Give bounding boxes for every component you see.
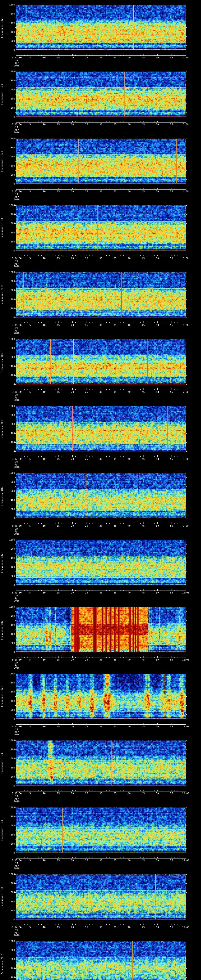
x-tick-label: 5 [26,792,34,795]
x-tick-label: 5 [26,391,34,393]
frequency-axis-label: Frequency (Hz) [0,406,4,452]
y-tick-label: 1000 [8,338,15,340]
x-tick-label: 50 [153,725,161,728]
date-line: 2016 [8,600,26,602]
y-tick-label: 0 [8,584,15,586]
x-tick-label: 5 [26,926,34,929]
x-tick-label: 25 [83,725,91,728]
y-tick-label: 1000 [8,739,15,742]
x-tick-label: 50 [153,926,161,929]
x-tick-label: 15 [54,56,62,59]
x-tick-label: 30 [97,659,105,661]
x-tick-label: 15 [54,792,62,795]
x-tick-label: 55 [168,792,175,795]
y-tick-label: 400 [8,365,15,368]
x-tick-label: 35 [111,324,119,326]
y-tick-label: 600 [8,356,15,358]
y-tick-label: 200 [8,575,15,578]
spectrogram-image [16,5,186,50]
frequency-axis-label: Frequency (Hz) [0,5,4,50]
y-tick-label: 400 [8,633,15,635]
frequency-axis-label: Frequency (Hz) [0,72,4,117]
y-tick-label: 800 [8,480,15,483]
y-tick-label: 800 [8,748,15,751]
x-tick-label: 35 [111,659,119,661]
x-tick-label: 55 [168,859,175,862]
x-tick-label: 20 [69,458,77,460]
end-time-label: 12:00 [180,725,191,728]
date-line: 2016 [8,131,26,134]
x-tick-label: 50 [153,591,161,594]
y-tick-label: 200 [8,107,15,109]
x-tick-label: 30 [97,725,105,728]
x-tick-label: 40 [125,591,133,594]
x-tick-label: 15 [54,391,62,393]
x-tick-label: 25 [83,792,91,795]
x-tick-label: 25 [83,324,91,326]
x-tick-label: 25 [83,391,91,393]
x-tick-label: 30 [97,591,105,594]
x-tick-label: 10 [40,324,48,326]
x-tick-label: 40 [125,324,133,326]
spectrogram-panel-5-13-00: Frequency (Hz)02004006008001000510152025… [0,803,201,870]
x-tick-label: 50 [153,257,161,260]
start-time-label: 5:04:00 [8,257,26,260]
start-time-label: 5:02:00 [8,123,26,126]
x-tick-label: 40 [125,123,133,126]
x-tick-label: 35 [111,792,119,795]
y-tick-label: 400 [8,499,15,501]
x-tick-label: 40 [125,190,133,193]
x-tick-label: 25 [83,591,91,594]
x-tick-label: 10 [40,391,48,393]
x-tick-label: 55 [168,458,175,460]
spectrogram-panel-5-09-00: Frequency (Hz)02004006008001000510152025… [0,535,201,602]
x-tick-label: 30 [97,391,105,393]
end-time-label: 7:00 [180,391,191,393]
x-tick-label: 10 [40,190,48,193]
y-tick-label: 600 [8,21,15,24]
spectrogram-panel-5-02-00: Frequency (Hz)02004006008001000510152025… [0,67,201,134]
y-tick-label: 0 [8,316,15,319]
x-tick-label: 55 [168,324,175,326]
x-tick-label: 20 [69,391,77,393]
y-tick-label: 400 [8,566,15,568]
date-line: 2016 [8,399,26,401]
x-tick-label: 35 [111,525,119,527]
y-tick-label: 600 [8,88,15,91]
x-tick-label: 20 [69,525,77,527]
y-tick-label: 400 [8,900,15,903]
start-time-label: 5:07:00 [8,458,26,460]
date-line: 2016 [8,533,26,535]
y-tick-label: 0 [8,718,15,720]
spectrogram-panel-5-06-00: Frequency (Hz)02004006008001000510152025… [0,334,201,401]
start-time-label: 5:09:00 [8,591,26,594]
spectrogram-image [16,740,186,786]
frequency-axis-label: Frequency (Hz) [0,138,4,184]
x-tick-label: 35 [111,859,119,862]
y-tick-label: 800 [8,213,15,216]
y-tick-label: 800 [8,12,15,15]
x-tick-label: 40 [125,792,133,795]
y-tick-label: 1000 [8,3,15,6]
y-tick-label: 200 [8,173,15,176]
start-time-label: 5:05:00 [8,324,26,326]
y-tick-label: 400 [8,967,15,970]
y-tick-label: 800 [8,280,15,283]
end-time-label: 11:00 [180,659,191,661]
x-tick-label: 25 [83,257,91,260]
start-time-label: 5:08:00 [8,525,26,527]
x-tick-label: 45 [139,190,147,193]
x-tick-label: 5 [26,659,34,661]
y-tick-label: 800 [8,614,15,617]
date-line: 2016 [8,65,26,67]
x-tick-label: 25 [83,56,91,59]
y-tick-label: 0 [8,651,15,654]
x-tick-label: 35 [111,56,119,59]
y-tick-label: 600 [8,690,15,693]
y-tick-label: 600 [8,222,15,225]
x-tick-label: 10 [40,926,48,929]
x-tick-label: 40 [125,725,133,728]
x-tick-label: 25 [83,190,91,193]
y-tick-label: 400 [8,97,15,100]
spectrogram-image [16,674,186,719]
